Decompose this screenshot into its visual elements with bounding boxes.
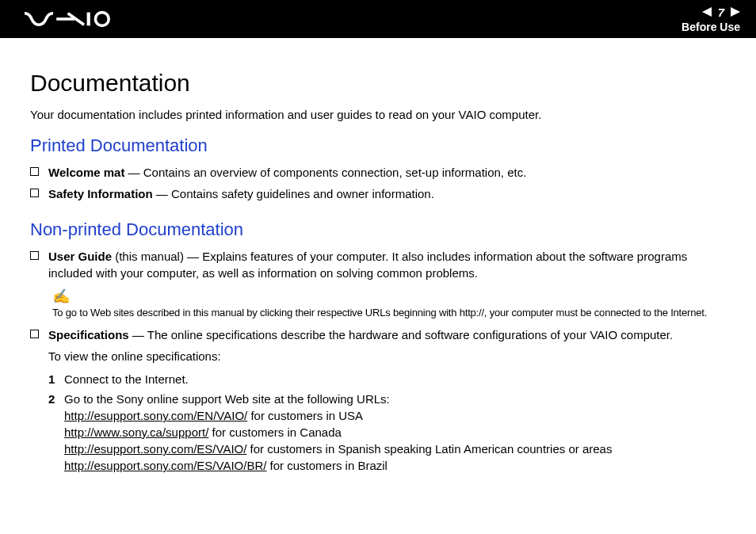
list-item: Specifications — The online specificatio… <box>30 326 732 477</box>
view-spec-text: To view the online specifications: <box>48 348 732 364</box>
page-nav: 7 <box>702 6 740 19</box>
item-desc: — The online specifications describe the… <box>129 328 673 341</box>
nonprinted-list: User Guide (this manual) — Explains feat… <box>30 248 732 281</box>
prev-page-arrow-icon[interactable] <box>702 7 712 17</box>
section-name: Before Use <box>682 21 740 33</box>
step-item: 2 Go to the Sony online support Web site… <box>48 391 732 474</box>
step-item: 1 Connect to the Internet. <box>48 371 732 387</box>
bullet-icon <box>30 189 39 197</box>
next-page-arrow-icon[interactable] <box>731 7 740 17</box>
item-label: User Guide <box>48 250 112 263</box>
list-item: Safety Information — Contains safety gui… <box>30 185 732 202</box>
page-title: Documentation <box>30 70 732 97</box>
step-text: Go to the Sony online support Web site a… <box>64 392 390 406</box>
bullet-icon <box>30 167 39 176</box>
svg-rect-0 <box>87 13 90 26</box>
nonprinted-heading: Non-printed Documentation <box>30 219 732 240</box>
item-desc: — Contains safety guidelines and owner i… <box>153 187 434 200</box>
step-text: Connect to the Internet. <box>64 371 732 387</box>
vaio-logo <box>22 10 117 29</box>
link-suffix: for customers in USA <box>247 409 363 422</box>
steps-list: 1 Connect to the Internet. 2 Go to the S… <box>48 371 732 474</box>
step-number: 1 <box>48 371 64 387</box>
item-desc: (this manual) — Explains features of you… <box>48 250 687 280</box>
item-label: Safety Information <box>48 187 153 200</box>
support-link-usa[interactable]: http://esupport.sony.com/EN/VAIO/ <box>64 409 247 422</box>
svg-point-1 <box>95 13 109 26</box>
item-desc: — Contains an overview of components con… <box>124 166 526 179</box>
header-right: 7 Before Use <box>682 6 740 33</box>
note-text: To go to Web sites described in this man… <box>52 307 707 318</box>
note-block: ✍ To go to Web sites described in this m… <box>52 288 732 318</box>
printed-list: Welcome mat — Contains an overview of co… <box>30 164 732 202</box>
support-link-brazil[interactable]: http://esupport.sony.com/ES/VAIO/BR/ <box>64 459 266 472</box>
list-item: Welcome mat — Contains an overview of co… <box>30 164 732 181</box>
step-number: 2 <box>48 391 64 407</box>
link-suffix: for customers in Canada <box>208 425 342 439</box>
printed-heading: Printed Documentation <box>30 135 732 156</box>
bullet-icon <box>30 330 39 338</box>
item-label: Welcome mat <box>48 166 124 179</box>
item-label: Specifications <box>48 328 129 341</box>
support-link-canada[interactable]: http://www.sony.ca/support/ <box>64 425 208 439</box>
support-link-latam[interactable]: http://esupport.sony.com/ES/VAIO/ <box>64 442 246 456</box>
link-suffix: for customers in Brazil <box>266 459 388 472</box>
note-icon: ✍ <box>52 288 70 305</box>
list-item: User Guide (this manual) — Explains feat… <box>30 248 732 281</box>
intro-text: Your documentation includes printed info… <box>30 108 732 121</box>
link-suffix: for customers in Spanish speaking Latin … <box>246 442 612 456</box>
page-header: 7 Before Use <box>0 0 756 38</box>
page-content: Documentation Your documentation include… <box>0 38 756 498</box>
specs-list: Specifications — The online specificatio… <box>30 326 732 477</box>
bullet-icon <box>30 251 39 260</box>
page-number: 7 <box>718 6 724 19</box>
